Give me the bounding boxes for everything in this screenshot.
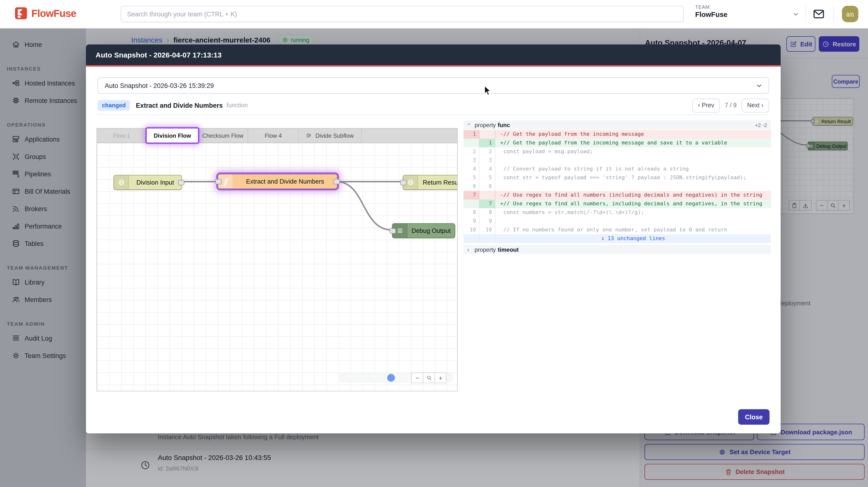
- close-button[interactable]: Close: [738, 409, 770, 425]
- diff-cell: 5: [463, 173, 479, 182]
- diff-line: 44 // Convert payload to string if it is…: [463, 165, 771, 173]
- diff-rows: 1-// Get the payload from the incoming m…: [463, 130, 771, 243]
- diff-line: 7-// Use regex to find all numbers (incl…: [463, 191, 771, 200]
- diff-cell: 4: [463, 165, 479, 173]
- diff-cell: +// Get the payload from the incoming me…: [495, 139, 771, 147]
- pager-counter: 7 / 9: [725, 102, 737, 109]
- node-debug-output[interactable]: Debug Output: [392, 223, 455, 238]
- diff-cell: 6: [479, 182, 495, 191]
- flow-tab-bar: Flow 1Division FlowChecksum FlowFlow 4Di…: [97, 128, 457, 143]
- diff-line: 1+// Get the payload from the incoming m…: [463, 139, 771, 147]
- diff-cell: 1: [479, 139, 495, 147]
- node-label: Debug Output: [407, 227, 455, 234]
- top-bar: FlowFuse Search through your team (CTRL …: [0, 0, 868, 29]
- divider: [97, 115, 769, 115]
- diff-line: 99: [463, 217, 771, 226]
- diff-cell: +// Use regex to find all numbers, inclu…: [495, 200, 771, 208]
- diff-cell: 7: [479, 200, 495, 208]
- search-placeholder: Search through your team (CTRL + K): [127, 10, 237, 18]
- zoom-controls: − +: [412, 372, 446, 383]
- zoom-in-button[interactable]: +: [434, 372, 446, 383]
- diff-panel: › property func +2 -2 1-// Get the paylo…: [463, 120, 771, 254]
- diff-cell: [495, 182, 771, 191]
- diff-cell: const payload = msg.payload;: [495, 147, 771, 156]
- diff-cell: 2: [463, 147, 479, 156]
- diff-cell: [463, 139, 479, 147]
- selected-option: Auto Snapshot - 2026-03-26 15:39:29: [105, 82, 214, 89]
- diff-cell: // Convert payload to string if it is no…: [495, 165, 771, 173]
- diff-line: 22 const payload = msg.payload;: [463, 147, 771, 156]
- input-port: [390, 228, 396, 233]
- flow-tab-division-flow[interactable]: Division Flow: [147, 128, 198, 143]
- diff-cell: 6: [463, 182, 479, 191]
- team-label: TEAM:: [695, 4, 727, 10]
- changed-badge: changed: [97, 100, 130, 111]
- next-button[interactable]: Next ›: [741, 98, 769, 112]
- zoom-reset-button[interactable]: [423, 372, 435, 383]
- diff-cell: -// Use regex to find all numbers (inclu…: [495, 191, 771, 200]
- zoom-slider-knob[interactable]: [387, 374, 395, 382]
- zoom-out-button[interactable]: −: [411, 372, 423, 383]
- mail-icon[interactable]: [812, 8, 825, 20]
- flow-tab-divide-subflow[interactable]: Divide Subflow: [299, 128, 362, 143]
- property-name: timeout: [498, 246, 519, 253]
- node-label: Return Result: [418, 179, 457, 186]
- diff-line: 88 const numbers = str.match(/-?\d+(\.\d…: [463, 208, 771, 217]
- diff-cell: 3: [463, 156, 479, 165]
- team-selector[interactable]: TEAM: FlowFuse: [695, 4, 727, 18]
- mouse-cursor: [484, 86, 491, 96]
- node-division-input[interactable]: Division Input: [114, 175, 182, 190]
- divider: [805, 6, 806, 22]
- modal-title: Auto Snapshot - 2026-04-07 17:13:13: [86, 51, 222, 59]
- chevron-icon: ›: [466, 123, 473, 127]
- diff-cell: [463, 200, 479, 208]
- compare-snapshot-select[interactable]: Auto Snapshot - 2026-03-26 15:39:29: [97, 77, 769, 94]
- diff-cell: 7: [463, 191, 479, 200]
- diff-property-func-header[interactable]: › property func +2 -2: [463, 120, 771, 130]
- search-input[interactable]: Search through your team (CTRL + K): [121, 6, 684, 22]
- chevron-down-icon[interactable]: [792, 11, 800, 18]
- diff-line: 33: [463, 156, 771, 165]
- subflow-icon: [306, 133, 313, 139]
- app: FlowFuse Search through your team (CTRL …: [0, 0, 868, 487]
- changed-node-type: function: [227, 102, 248, 109]
- tab-label: Divide Subflow: [315, 132, 354, 139]
- flow-grid[interactable]: Division Input ƒ Extract and Divide Numb…: [97, 143, 457, 392]
- change-pager: ‹ Prev 7 / 9 Next ›: [692, 98, 769, 112]
- diff-cell: [479, 130, 495, 139]
- diff-cell: ⇕ 13 unchanged lines: [495, 234, 771, 243]
- diff-cell: const str = typeof payload === 'string' …: [495, 173, 771, 182]
- diff-cell: 5: [479, 173, 495, 182]
- diff-cell: 1: [463, 130, 479, 139]
- chevron-down-icon: [755, 82, 763, 89]
- diff-cell: 2: [479, 147, 495, 156]
- diff-cell: 4: [479, 165, 495, 173]
- flowfuse-logo[interactable]: FlowFuse: [14, 7, 76, 20]
- diff-line: 1010 // If no numbers found or only one …: [463, 226, 771, 234]
- flow-canvas: Flow 1Division FlowChecksum FlowFlow 4Di…: [97, 128, 458, 391]
- tab-label: Flow 1: [113, 132, 130, 139]
- prev-button[interactable]: ‹ Prev: [692, 98, 720, 112]
- diff-property-timeout-header[interactable]: › property timeout: [463, 245, 771, 254]
- diff-cell: 10: [479, 226, 495, 234]
- diff-cell: const numbers = str.match(/-?\d+(\.\d+)?…: [495, 208, 771, 217]
- avatar[interactable]: an: [842, 6, 858, 22]
- flow-tab-flow-4[interactable]: Flow 4: [248, 128, 299, 143]
- diff-unchanged-expander[interactable]: ⇕ 13 unchanged lines: [463, 234, 771, 243]
- property-label: property: [474, 246, 496, 253]
- diff-cell: -// Get the payload from the incoming me…: [495, 130, 771, 139]
- diff-line: 66: [463, 182, 771, 191]
- output-port: [178, 180, 184, 185]
- diff-cell: 9: [463, 217, 479, 226]
- changed-node-name: Extract and Divide Numbers: [136, 102, 223, 109]
- flow-tab-flow-1[interactable]: Flow 1: [97, 128, 147, 143]
- node-return-result[interactable]: Return Result: [403, 175, 457, 190]
- diff-cell: [463, 234, 479, 243]
- team-name: FlowFuse: [695, 11, 727, 18]
- diff-cell: 10: [463, 226, 479, 234]
- diff-cell: 8: [463, 208, 479, 217]
- flow-tab-checksum-flow[interactable]: Checksum Flow: [198, 128, 248, 143]
- output-port: [334, 179, 340, 184]
- diff-line: 1-// Get the payload from the incoming m…: [463, 130, 771, 139]
- node-extract-and-divide-numbers[interactable]: ƒ Extract and Divide Numbers: [218, 174, 337, 189]
